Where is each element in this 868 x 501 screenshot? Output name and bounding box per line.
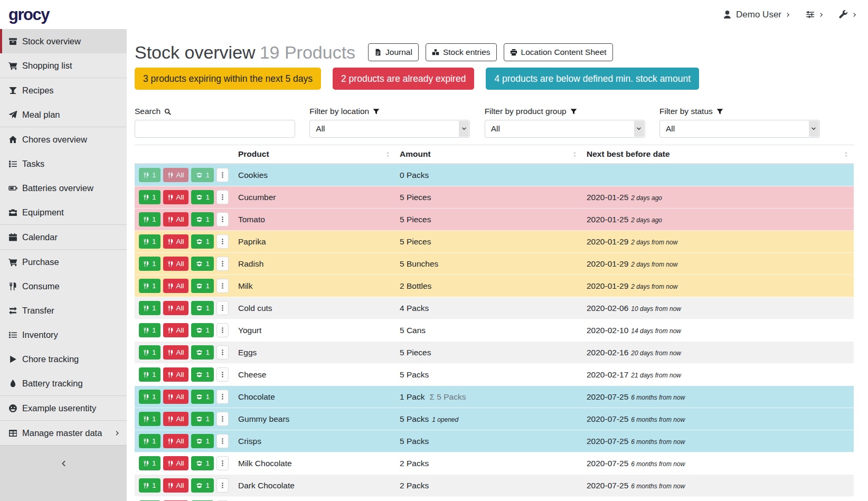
- product-cell[interactable]: Cookies: [234, 164, 395, 186]
- product-cell[interactable]: Cold cuts: [234, 297, 395, 319]
- filter-select[interactable]: All: [659, 120, 820, 138]
- sort-icon[interactable]: [571, 151, 578, 158]
- consume-one-button[interactable]: 1: [139, 478, 161, 493]
- sidebar-collapse-button[interactable]: [0, 445, 127, 501]
- sort-icon[interactable]: [843, 151, 850, 158]
- consume-one-button[interactable]: 1: [139, 456, 161, 470]
- sidebar-item-manage-master-data[interactable]: Manage master data: [0, 421, 127, 445]
- row-menu-button[interactable]: [216, 323, 229, 337]
- consume-all-button[interactable]: All: [163, 168, 188, 182]
- open-one-button[interactable]: 1: [191, 234, 214, 249]
- consume-one-button[interactable]: 1: [139, 257, 161, 271]
- filter-select[interactable]: All: [309, 120, 470, 138]
- filter-select[interactable]: All: [485, 120, 645, 138]
- sidebar-item-recipes[interactable]: Recipes: [0, 78, 127, 102]
- consume-one-button[interactable]: 1: [139, 168, 161, 182]
- consume-all-button[interactable]: All: [163, 323, 188, 337]
- consume-one-button[interactable]: 1: [139, 390, 161, 404]
- product-cell[interactable]: Yogurt: [234, 319, 395, 342]
- sidebar-item-example-userentity[interactable]: Example userentity: [0, 396, 127, 420]
- row-menu-button[interactable]: [216, 456, 229, 470]
- open-one-button[interactable]: 1: [191, 168, 214, 182]
- admin-menu[interactable]: [839, 10, 857, 19]
- sidebar-item-inventory[interactable]: Inventory: [0, 323, 127, 347]
- consume-all-button[interactable]: All: [163, 456, 188, 470]
- sidebar-item-meal-plan[interactable]: Meal plan: [0, 102, 127, 127]
- select-dropdown-button[interactable]: [634, 121, 644, 137]
- open-one-button[interactable]: 1: [191, 412, 214, 426]
- consume-all-button[interactable]: All: [163, 301, 188, 315]
- stock-entries-button[interactable]: Stock entries: [426, 43, 497, 61]
- product-cell[interactable]: Milk Chocolate: [234, 452, 395, 475]
- product-cell[interactable]: Milk: [234, 275, 395, 297]
- consume-all-button[interactable]: All: [163, 367, 188, 382]
- row-menu-button[interactable]: [216, 234, 229, 249]
- product-cell[interactable]: Eggs: [234, 342, 395, 364]
- consume-all-button[interactable]: All: [163, 279, 188, 293]
- consume-all-button[interactable]: All: [163, 257, 188, 271]
- row-menu-button[interactable]: [216, 345, 229, 360]
- row-menu-button[interactable]: [216, 279, 229, 293]
- consume-all-button[interactable]: All: [163, 190, 188, 204]
- sort-icon[interactable]: [384, 151, 391, 158]
- product-cell[interactable]: Paprika: [234, 231, 395, 253]
- bbd-column-header[interactable]: Next best before date: [582, 145, 854, 164]
- row-menu-button[interactable]: [216, 190, 229, 204]
- product-cell[interactable]: Cheese: [234, 364, 395, 386]
- consume-one-button[interactable]: 1: [139, 212, 161, 226]
- consume-one-button[interactable]: 1: [139, 412, 161, 426]
- row-menu-button[interactable]: [216, 257, 229, 271]
- sidebar-item-battery-tracking[interactable]: Battery tracking: [0, 371, 127, 395]
- sidebar-item-transfer[interactable]: Transfer: [0, 298, 127, 323]
- product-cell[interactable]: [234, 497, 395, 501]
- row-menu-button[interactable]: [216, 478, 229, 493]
- product-cell[interactable]: Chocolate: [234, 386, 395, 408]
- search-input[interactable]: [135, 120, 295, 138]
- location-content-sheet-button[interactable]: Location Content Sheet: [504, 43, 613, 61]
- product-cell[interactable]: Dark Chocolate: [234, 475, 395, 497]
- stock-alert[interactable]: 3 products expiring within the next 5 da…: [135, 68, 321, 90]
- consume-one-button[interactable]: 1: [139, 345, 161, 360]
- consume-all-button[interactable]: All: [163, 434, 188, 448]
- consume-one-button[interactable]: 1: [139, 190, 161, 204]
- row-menu-button[interactable]: [216, 212, 229, 226]
- sidebar-item-chore-tracking[interactable]: Chore tracking: [0, 347, 127, 371]
- consume-one-button[interactable]: 1: [139, 279, 161, 293]
- sidebar-item-chores-overview[interactable]: Chores overview: [0, 127, 127, 152]
- open-one-button[interactable]: 1: [191, 390, 214, 404]
- row-menu-button[interactable]: [216, 301, 229, 315]
- product-cell[interactable]: Tomato: [234, 209, 395, 231]
- product-column-header[interactable]: Product: [234, 145, 395, 164]
- open-one-button[interactable]: 1: [191, 367, 214, 382]
- settings-menu[interactable]: [806, 10, 824, 19]
- open-one-button[interactable]: 1: [191, 434, 214, 448]
- row-menu-button[interactable]: [216, 367, 229, 382]
- consume-all-button[interactable]: All: [163, 212, 188, 226]
- consume-one-button[interactable]: 1: [139, 234, 161, 249]
- sidebar-item-equipment[interactable]: Equipment: [0, 200, 127, 224]
- consume-one-button[interactable]: 1: [139, 367, 161, 382]
- open-one-button[interactable]: 1: [191, 456, 214, 470]
- row-menu-button[interactable]: [216, 412, 229, 426]
- sidebar-item-shopping-list[interactable]: Shopping list: [0, 53, 127, 78]
- app-logo[interactable]: grocy: [8, 5, 49, 24]
- open-one-button[interactable]: 1: [191, 190, 214, 204]
- row-menu-button[interactable]: [216, 390, 229, 404]
- consume-all-button[interactable]: All: [163, 345, 188, 360]
- row-menu-button[interactable]: [216, 168, 229, 182]
- amount-column-header[interactable]: Amount: [395, 145, 582, 164]
- sidebar-item-batteries-overview[interactable]: Batteries overview: [0, 176, 127, 200]
- product-cell[interactable]: Radish: [234, 253, 395, 275]
- sidebar-item-purchase[interactable]: Purchase: [0, 250, 127, 274]
- open-one-button[interactable]: 1: [191, 478, 214, 493]
- user-menu[interactable]: Demo User: [723, 10, 791, 20]
- open-one-button[interactable]: 1: [191, 279, 214, 293]
- consume-all-button[interactable]: All: [163, 234, 188, 249]
- consume-one-button[interactable]: 1: [139, 323, 161, 337]
- sidebar-item-stock-overview[interactable]: Stock overview: [0, 29, 127, 53]
- consume-all-button[interactable]: All: [163, 412, 188, 426]
- product-cell[interactable]: Cucumber: [234, 186, 395, 209]
- product-cell[interactable]: Crisps: [234, 430, 395, 452]
- consume-one-button[interactable]: 1: [139, 301, 161, 315]
- sidebar-item-tasks[interactable]: Tasks: [0, 152, 127, 176]
